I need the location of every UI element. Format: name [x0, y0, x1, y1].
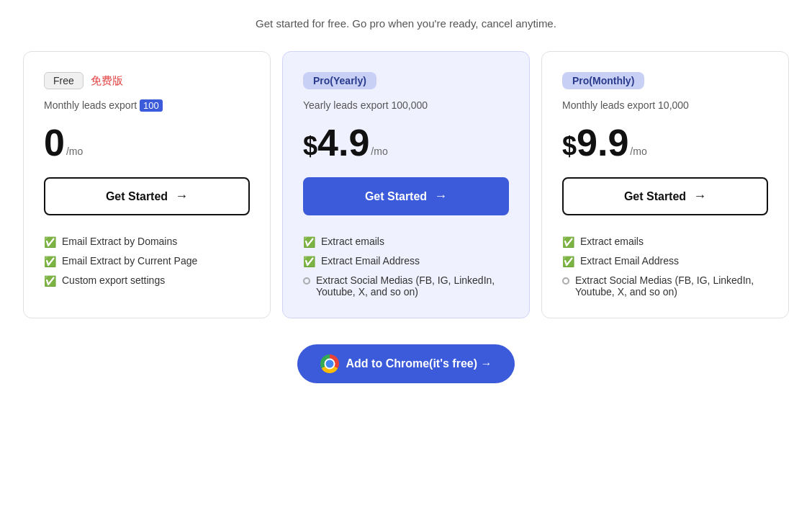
feature-text: Email Extract by Domains — [62, 236, 177, 247]
price-symbol: $ — [303, 131, 317, 161]
price-main: 4.9 — [317, 124, 369, 161]
feature-item: ✅Extract emails — [562, 236, 768, 248]
feature-text: Email Extract by Current Page — [62, 255, 197, 267]
feature-text: Extract Social Medias (FB, IG, LinkedIn,… — [316, 274, 509, 298]
feature-item: ✅Custom export settings — [44, 274, 250, 287]
feature-text: Extract emails — [321, 236, 384, 247]
check-icon: ✅ — [44, 256, 56, 267]
feature-item: ✅Extract emails — [303, 236, 509, 248]
get-started-button-pro-monthly[interactable]: Get Started→ — [562, 177, 768, 215]
feature-item: ✅Extract Email Address — [562, 255, 768, 267]
badge-free: Free — [44, 72, 84, 89]
price-row: $4.9/mo — [303, 124, 509, 161]
get-started-button-pro-yearly[interactable]: Get Started→ — [303, 177, 509, 215]
add-to-chrome-label: Add to Chrome(it's free) → — [346, 357, 492, 370]
feature-list: ✅Extract emails✅Extract Email AddressExt… — [562, 236, 768, 298]
check-icon: ✅ — [562, 256, 574, 267]
get-started-button-free[interactable]: Get Started→ — [44, 177, 250, 215]
price-mo: /mo — [66, 146, 83, 157]
feature-item: Extract Social Medias (FB, IG, LinkedIn,… — [562, 274, 768, 298]
check-icon: ✅ — [303, 236, 315, 248]
feature-item: ✅Extract Email Address — [303, 255, 509, 267]
feature-text: Extract emails — [580, 236, 644, 247]
feature-list: ✅Email Extract by Domains✅Email Extract … — [44, 236, 250, 287]
badge-pro: Pro(Monthly) — [562, 72, 644, 89]
price-symbol: $ — [562, 131, 577, 161]
check-icon: ✅ — [44, 236, 56, 248]
plan-badge-row: Free免费版 — [44, 72, 250, 89]
plan-card-free: Free免费版Monthly leads export 1000/moGet S… — [23, 51, 271, 318]
dot-icon — [303, 277, 310, 285]
leads-text: Yearly leads export 100,000 — [303, 99, 509, 111]
dot-icon — [562, 277, 569, 285]
price-mo: /mo — [371, 146, 387, 157]
price-main: 9.9 — [577, 124, 628, 161]
leads-highlight: 100 — [140, 99, 163, 112]
feature-text: Extract Email Address — [321, 255, 420, 267]
get-started-arrow: → — [693, 189, 706, 204]
plan-badge-row: Pro(Monthly) — [562, 72, 768, 89]
feature-item: ✅Email Extract by Domains — [44, 236, 250, 248]
feature-text: Extract Social Medias (FB, IG, LinkedIn,… — [575, 274, 768, 298]
feature-text: Extract Email Address — [580, 255, 679, 267]
price-row: 0/mo — [44, 124, 250, 161]
check-icon: ✅ — [562, 236, 574, 248]
plan-card-pro-yearly: Pro(Yearly)Yearly leads export 100,000$4… — [282, 51, 530, 318]
price-main: 0 — [44, 124, 65, 161]
plan-card-pro-monthly: Pro(Monthly)Monthly leads export 10,000$… — [541, 51, 789, 318]
feature-item: Extract Social Medias (FB, IG, LinkedIn,… — [303, 274, 509, 298]
check-icon: ✅ — [303, 256, 315, 267]
add-to-chrome-button[interactable]: Add to Chrome(it's free) → — [297, 344, 515, 383]
feature-item: ✅Email Extract by Current Page — [44, 255, 250, 267]
leads-text: Monthly leads export 100 — [44, 99, 250, 111]
feature-list: ✅Extract emails✅Extract Email AddressExt… — [303, 236, 509, 298]
badge-pro: Pro(Yearly) — [303, 72, 376, 89]
top-section: Get started for free. Go pro when you're… — [0, 0, 812, 51]
leads-text: Monthly leads export 10,000 — [562, 99, 768, 111]
badge-free-cn: 免费版 — [91, 74, 123, 88]
chrome-icon — [320, 354, 339, 373]
price-row: $9.9/mo — [562, 124, 768, 161]
get-started-label: Get Started — [624, 190, 686, 203]
get-started-label: Get Started — [365, 190, 427, 203]
check-icon: ✅ — [44, 275, 56, 287]
price-mo: /mo — [630, 146, 646, 157]
get-started-label: Get Started — [106, 190, 168, 203]
get-started-arrow: → — [175, 189, 188, 204]
get-started-arrow: → — [434, 189, 447, 204]
plans-container: Free免费版Monthly leads export 1000/moGet S… — [10, 51, 802, 318]
bottom-cta: Add to Chrome(it's free) → — [297, 344, 515, 383]
feature-text: Custom export settings — [62, 274, 165, 286]
subtitle: Get started for free. Go pro when you're… — [0, 17, 812, 30]
plan-badge-row: Pro(Yearly) — [303, 72, 509, 89]
